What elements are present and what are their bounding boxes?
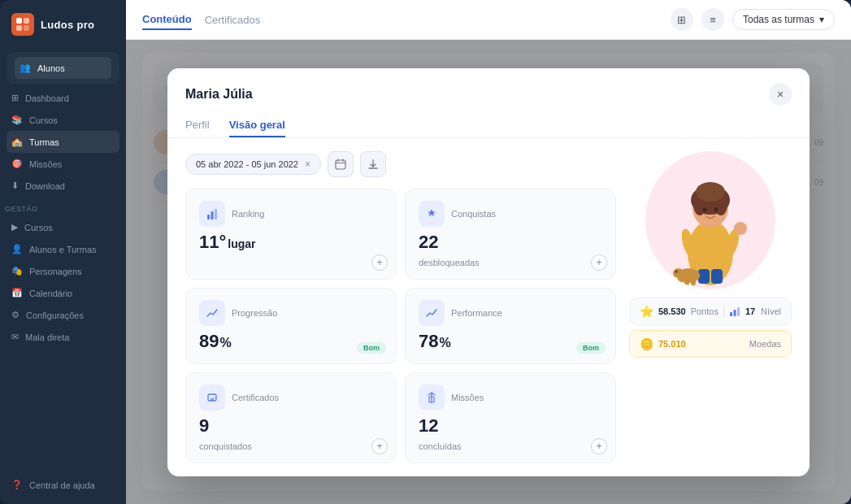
sidebar-turmas-label: Turmas (29, 137, 59, 147)
star-icon: ⭐ (640, 305, 653, 318)
stat-card-conquistas: Conquistas 22 desbloqueadas + (405, 189, 616, 280)
missoes-icon: 🎯 (11, 159, 23, 169)
date-filter-chip[interactable]: 05 abr 2022 - 05 jun 2022 × (185, 154, 321, 175)
modal-close-button[interactable]: × (769, 83, 792, 106)
sidebar-sub-nav: ▶ Cursos 👤 Alunos e Turmas 🎭 Personagens… (0, 216, 126, 348)
grid-view-btn[interactable]: ⊞ (671, 8, 693, 31)
missoes-icon (419, 385, 445, 411)
sidebar-item-alunos[interactable]: 👥 Alunos (15, 57, 111, 79)
help-icon: ❓ (11, 480, 23, 490)
cursos2-icon: ▶ (11, 222, 18, 232)
conquistas-sub: desbloqueadas (419, 258, 602, 267)
mala-icon: ✉ (11, 332, 19, 342)
tab-visao-geral[interactable]: Visão geral (229, 114, 285, 137)
date-filter-clear-button[interactable]: × (305, 159, 310, 170)
sidebar-item-turmas[interactable]: 🏫 Turmas (7, 131, 119, 153)
topbar: Conteúdo Certificados ⊞ ≡ Todas as turma… (126, 0, 851, 40)
sidebar-personagens-label: Personagens (29, 267, 82, 276)
sidebar-sub-label: Gestão (0, 197, 126, 216)
performance-icon (419, 300, 445, 326)
download-icon-button[interactable] (360, 151, 386, 177)
main-content: Conteúdo Certificados ⊞ ≡ Todas as turma… (126, 0, 851, 504)
missoes-sub: concluídas (419, 441, 602, 451)
page-body: Lucia Vendas 32.010 91% 09 David (126, 40, 851, 504)
svg-rect-8 (336, 160, 345, 169)
conquistas-value: 22 (419, 232, 602, 253)
level-label: Nível (761, 306, 781, 316)
conquistas-icon (419, 201, 445, 227)
player-stats: ⭐ 58.530 Pontos 17 (629, 298, 792, 358)
tab-perfil[interactable]: Perfil (185, 114, 210, 137)
svg-rect-1 (24, 18, 29, 24)
sidebar-item-cursos2[interactable]: ▶ Cursos (7, 216, 119, 238)
modal-overlay: Maria Júlia × Perfil Visão geral (126, 40, 851, 504)
certificados-label: Certificados (232, 393, 279, 402)
svg-rect-40 (737, 307, 740, 316)
coins-stat-row: 🪙 75.010 Moedas (629, 330, 792, 358)
performance-label: Performance (451, 308, 502, 318)
sidebar-dashboard-label: Dashboard (25, 93, 69, 103)
svg-rect-13 (207, 215, 210, 219)
sidebar-cursos2-label: Cursos (24, 223, 53, 232)
svg-point-33 (673, 268, 684, 278)
sidebar-help-label: Central de ajuda (29, 480, 95, 490)
sidebar-item-alunos-turmas[interactable]: 👤 Alunos e Turmas (7, 238, 119, 260)
stat-card-missoes: Missões 12 concluídas + (405, 372, 616, 463)
missoes-add-button[interactable]: + (591, 438, 607, 454)
progressao-pct: % (219, 336, 231, 350)
stat-divider (723, 306, 724, 317)
sidebar-item-help[interactable]: ❓ Central de ajuda (7, 474, 119, 496)
logo-text: Ludos pro (41, 19, 94, 31)
sidebar-item-mala[interactable]: ✉ Mala direta (7, 326, 119, 348)
date-filter-value: 05 abr 2022 - 05 jun 2022 (196, 159, 298, 169)
svg-point-34 (675, 270, 678, 273)
sidebar-item-config[interactable]: ⚙ Configurações (7, 304, 119, 326)
svg-rect-14 (211, 211, 214, 219)
turmas-dropdown[interactable]: Todas as turmas ▾ (732, 9, 835, 30)
conquistas-add-button[interactable]: + (591, 254, 607, 271)
ranking-add-button[interactable]: + (371, 254, 388, 271)
calendar-icon-button[interactable] (328, 151, 354, 177)
tab-certificados[interactable]: Certificados (205, 11, 261, 29)
performance-value: 78 (419, 331, 438, 352)
sidebar-mala-label: Mala direta (25, 332, 69, 342)
sidebar-item-calendario[interactable]: 📅 Calendário (7, 282, 119, 304)
sidebar-item-dashboard[interactable]: ⊞ Dashboard (7, 87, 119, 109)
list-view-btn[interactable]: ≡ (701, 8, 724, 31)
modal-right-panel: ⭐ 58.530 Pontos 17 (629, 151, 792, 463)
chevron-down-icon: ▾ (819, 14, 824, 25)
svg-point-24 (696, 182, 725, 202)
sidebar-download-label: Download (25, 181, 65, 191)
stat-card-performance: Performance 78 % Bom (405, 288, 616, 364)
svg-point-25 (703, 207, 707, 211)
sidebar-item-download[interactable]: ⬇ Download (7, 175, 119, 197)
level-value: 17 (745, 306, 756, 316)
coins-label: Moedas (749, 339, 781, 349)
tab-conteudo[interactable]: Conteúdo (142, 10, 192, 30)
modal-tabs: Perfil Visão geral (167, 106, 810, 138)
character-illustration (645, 151, 775, 289)
sidebar-alunos-label: Alunos (37, 63, 65, 73)
certificados-add-button[interactable]: + (371, 438, 388, 454)
sidebar-item-cursos[interactable]: 📚 Cursos (7, 109, 119, 131)
progressao-value: 89 (199, 331, 219, 352)
svg-rect-39 (733, 310, 736, 316)
sidebar-calendario-label: Calendário (29, 289, 72, 298)
sidebar-main-section: 👥 Alunos (7, 52, 119, 84)
modal: Maria Júlia × Perfil Visão geral (167, 68, 810, 476)
sidebar-item-personagens[interactable]: 🎭 Personagens (7, 260, 119, 282)
level-chart-icon (729, 306, 740, 317)
ranking-suffix: lugar (228, 237, 255, 250)
sidebar-item-missoes[interactable]: 🎯 Missões (7, 153, 119, 175)
progressao-label: Progressão (232, 308, 277, 318)
svg-rect-15 (215, 209, 217, 219)
ranking-label: Ranking (232, 209, 264, 219)
progressao-icon (199, 300, 225, 326)
missoes-value: 12 (419, 415, 602, 437)
stat-card-ranking: Ranking 11° lugar + (185, 189, 397, 280)
certificados-sub: conquistados (199, 441, 383, 451)
logo: Ludos pro (0, 0, 126, 49)
svg-rect-3 (24, 25, 29, 31)
performance-pct: % (439, 336, 450, 350)
stat-card-certificados: Certificados 9 conquistados + (185, 372, 397, 463)
